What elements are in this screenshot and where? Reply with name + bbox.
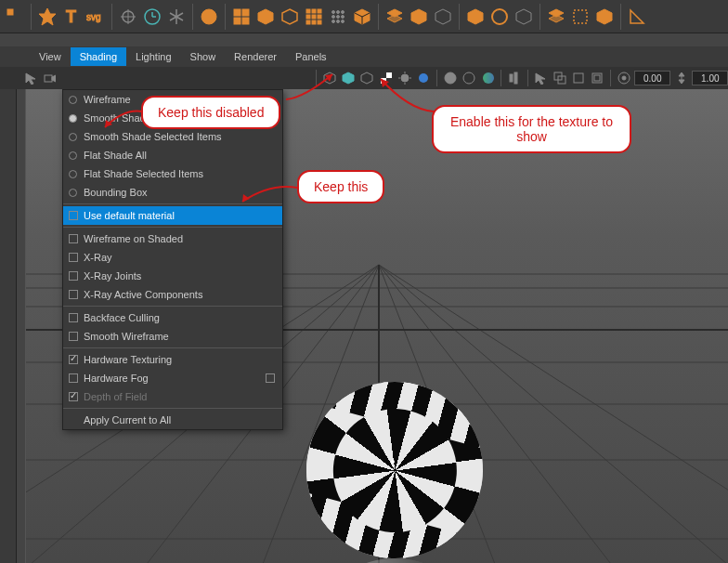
dd-label: Hardware Texturing <box>84 354 172 365</box>
shading-dropdown: Wireframe4 Smooth Shade All Smooth Shade… <box>62 89 283 430</box>
svg-marker-43 <box>387 15 402 22</box>
sphere-shaded-icon[interactable] <box>198 6 220 28</box>
dd-backface-culling[interactable]: Backface Culling <box>63 308 282 327</box>
dd-label: Wireframe on Shaded <box>84 233 183 244</box>
dd-label: Flat Shade Selected Items <box>84 168 203 179</box>
text-icon[interactable]: T <box>60 6 83 28</box>
svg-marker-53 <box>26 73 35 85</box>
cube2-icon[interactable] <box>279 6 301 28</box>
dots-icon[interactable] <box>327 6 349 28</box>
wirecube2-icon[interactable] <box>513 6 535 28</box>
svg-rect-16 <box>234 18 240 24</box>
sphere2-icon[interactable] <box>462 70 477 86</box>
layers-icon[interactable] <box>384 6 406 28</box>
camera-icon[interactable] <box>41 70 57 86</box>
dd-hardware-fog[interactable]: Hardware Fog <box>63 369 282 387</box>
callout-arrow <box>238 178 303 206</box>
svg-rect-0 <box>7 9 13 15</box>
callout-arrow <box>100 104 147 132</box>
numeric-field-1[interactable]: 0.00 <box>634 71 670 85</box>
aperture-icon[interactable] <box>616 70 631 86</box>
pivot-icon[interactable] <box>117 6 139 28</box>
cursor-icon[interactable] <box>22 70 38 86</box>
svg-point-68 <box>445 72 456 84</box>
clock-icon[interactable] <box>141 6 163 28</box>
wirecube3-icon[interactable] <box>359 70 375 86</box>
dd-smooth-shade-selected[interactable]: Smooth Shade Selected Items <box>63 127 282 146</box>
menu-renderer[interactable]: Renderer <box>225 47 286 66</box>
svg-marker-45 <box>436 9 450 24</box>
svg-point-35 <box>332 20 335 22</box>
svg-marker-48 <box>516 9 531 24</box>
svg-rect-27 <box>312 20 316 24</box>
gate-icon[interactable] <box>570 70 586 86</box>
dd-label: Smooth Shade Selected Items <box>84 131 222 142</box>
overlap-icon[interactable] <box>552 70 567 86</box>
cube4-icon[interactable] <box>408 6 430 28</box>
dd-depth-of-field: Depth of Field <box>63 387 282 406</box>
dd-xray-joints[interactable]: X-Ray Joints <box>63 267 282 285</box>
layers2-icon[interactable] <box>545 6 567 28</box>
svg-point-80 <box>622 76 626 80</box>
gradient-icon[interactable] <box>480 70 496 86</box>
arrows-icon[interactable] <box>673 70 689 86</box>
select-rect-icon[interactable] <box>569 6 592 28</box>
svg-rect-54 <box>45 75 52 82</box>
svg-point-36 <box>337 20 340 22</box>
cube1-icon[interactable] <box>254 6 277 28</box>
svg-rect-15 <box>242 9 249 16</box>
svg-rect-22 <box>318 9 321 13</box>
menu-show[interactable]: Show <box>181 47 226 66</box>
svg-point-33 <box>337 15 340 18</box>
checkered-sphere[interactable] <box>306 382 483 558</box>
dd-smooth-wireframe[interactable]: Smooth Wireframe <box>63 327 282 346</box>
angle-icon[interactable] <box>626 6 648 28</box>
gate2-icon[interactable] <box>590 70 605 86</box>
numeric-field-2[interactable]: 1.00 <box>692 71 728 85</box>
grid1-icon[interactable] <box>230 6 253 28</box>
viewport[interactable]: Wireframe4 Smooth Shade All Smooth Shade… <box>0 89 728 563</box>
bars-icon[interactable] <box>506 70 522 86</box>
dd-label: Depth of Field <box>84 391 147 402</box>
tool-icon[interactable] <box>4 6 26 28</box>
svg-marker-50 <box>549 15 564 22</box>
menu-view[interactable]: View <box>30 47 71 66</box>
svg-rect-76 <box>574 73 583 83</box>
svg-marker-1 <box>39 8 56 25</box>
menu-shading[interactable]: Shading <box>71 47 126 66</box>
sphere1-icon[interactable] <box>442 70 458 86</box>
cube3-icon[interactable] <box>351 6 373 28</box>
dd-wireframe-on-shaded[interactable]: Wireframe on Shaded <box>63 229 282 248</box>
svg-rect-17 <box>242 18 249 24</box>
circle-icon[interactable] <box>488 6 511 28</box>
svg-icon[interactable]: svg <box>84 6 107 28</box>
svg-rect-24 <box>312 15 316 19</box>
svg-point-69 <box>463 72 474 84</box>
wirecube-icon[interactable] <box>432 6 454 28</box>
dd-flat-shade-all[interactable]: Flat Shade All <box>63 146 282 164</box>
dd-apply-current[interactable]: Apply Current to All <box>63 411 282 429</box>
snowflake-icon[interactable] <box>165 6 188 28</box>
menu-panels[interactable]: Panels <box>286 47 336 66</box>
dd-xray-active[interactable]: X-Ray Active Components <box>63 285 282 304</box>
dd-xray[interactable]: X-Ray <box>63 248 282 267</box>
star-icon[interactable] <box>36 6 58 28</box>
menu-lighting[interactable]: Lighting <box>126 47 181 66</box>
dd-hardware-texturing[interactable]: Hardware Texturing <box>63 350 282 369</box>
grid2-icon[interactable] <box>303 6 325 28</box>
svg-rect-28 <box>318 20 321 24</box>
shaded-cube-icon[interactable] <box>340 70 356 86</box>
cursor2-icon[interactable] <box>533 70 549 86</box>
svg-point-32 <box>332 15 335 18</box>
main-toolbar: T svg <box>0 0 728 33</box>
dd-use-default-material[interactable]: Use default material <box>63 206 282 225</box>
svg-marker-18 <box>258 9 273 24</box>
svg-point-30 <box>337 10 340 13</box>
cube5-icon[interactable] <box>464 6 487 28</box>
cube6-icon[interactable] <box>593 6 616 28</box>
svg-marker-83 <box>679 80 684 84</box>
svg-marker-82 <box>679 72 684 76</box>
svg-rect-14 <box>234 9 240 16</box>
svg-point-47 <box>492 9 507 24</box>
svg-point-70 <box>483 72 494 84</box>
